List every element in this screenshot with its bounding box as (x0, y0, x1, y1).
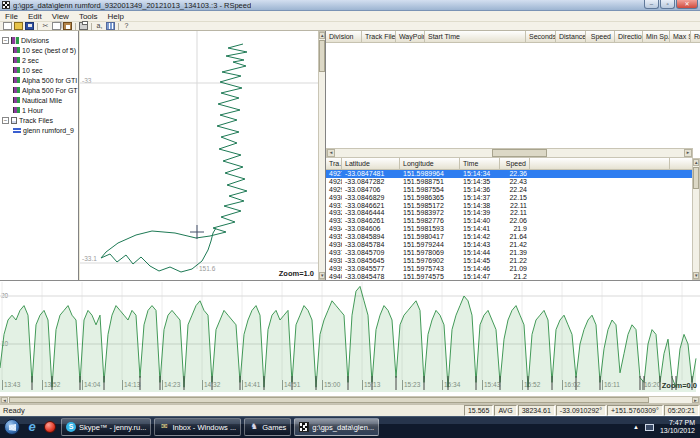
tray-display-icon[interactable] (645, 424, 654, 431)
tree-item[interactable]: Alpha 500 For GT (0, 85, 78, 95)
paste-icon[interactable] (63, 22, 72, 30)
runs-column-header[interactable]: Direction (615, 31, 643, 42)
tree-item[interactable]: 2 sec (0, 55, 78, 65)
cut-icon[interactable]: ✂ (41, 22, 50, 30)
table-cell: 4928 (326, 178, 342, 186)
scroll-down-icon[interactable]: ▼ (693, 272, 699, 279)
table-row[interactable]: 4936-33.0845784151.597924415:14:4321.42 (326, 241, 693, 249)
runs-column-header[interactable]: Min Sp... (643, 31, 670, 42)
graph-horizontal-scrollbar[interactable]: ◄ ► (0, 396, 700, 404)
table-cell: -33.0845784 (342, 241, 400, 249)
tree-item[interactable]: Nautical Mile (0, 95, 78, 105)
runs-column-header[interactable]: Track File (362, 31, 396, 42)
points-column-header[interactable]: Speed (500, 158, 530, 169)
runs-column-header[interactable]: Speed (586, 31, 615, 42)
runs-column-header[interactable]: WayPoint (396, 31, 425, 42)
scroll-left-icon[interactable]: ◄ (327, 149, 335, 157)
tree-root-label: Track Files (19, 117, 53, 124)
table-row[interactable]: 4927-33.0847481151.598996415:14:3422.36 (326, 170, 693, 178)
tree-item[interactable]: glenn rumford_9 (0, 125, 78, 135)
table-cell: 151.5979244 (400, 241, 460, 249)
save-icon[interactable] (25, 22, 34, 30)
minimize-button[interactable]: – (644, 0, 659, 9)
collapse-expander-icon[interactable]: − (2, 37, 9, 44)
copy-icon[interactable] (52, 22, 61, 30)
table-cell: 15:14:43 (460, 241, 500, 249)
menu-file[interactable]: File (0, 12, 23, 21)
table-row[interactable]: 4930-33.0846829151.598636515:14:3722.15 (326, 194, 693, 202)
tree-item[interactable]: 10 sec (0, 65, 78, 75)
tree-item[interactable]: Alpha 500 for GTI (0, 75, 78, 85)
runs-column-header[interactable]: Division (326, 31, 362, 42)
taskbar-task-button[interactable]: ✉Inbox - Windows ... (154, 418, 241, 436)
table-row[interactable]: 4933-33.0846261151.598277615:14:4022.06 (326, 217, 693, 225)
internet-explorer-icon[interactable]: e (25, 419, 39, 435)
help-icon[interactable]: ? (122, 22, 131, 30)
points-column-header[interactable] (530, 158, 670, 169)
tree-root-divisions[interactable]: −Divisions (0, 35, 78, 45)
runs-scrollbar-thumb[interactable] (492, 149, 547, 157)
runs-column-header[interactable]: Run (691, 31, 700, 42)
runs-column-header[interactable]: Start Time (425, 31, 526, 42)
taskbar-clock[interactable]: 7:47 PM 13/10/2012 (660, 419, 695, 435)
tree-item[interactable]: 10 sec (best of 5) (0, 45, 78, 55)
collapse-expander-icon[interactable]: − (2, 117, 9, 124)
table-row[interactable]: 4934-33.084606151.598159315:14:4121.9 (326, 225, 693, 233)
menu-help[interactable]: Help (103, 12, 129, 21)
scroll-up-icon[interactable]: ▲ (693, 159, 699, 166)
task-label: g:\gps_data\glen... (312, 423, 374, 432)
font-icon[interactable]: a, (95, 22, 104, 30)
table-cell: -33.084706 (342, 186, 400, 194)
tree-item[interactable]: 1 Hour (0, 105, 78, 115)
table-cell: 4937 (326, 249, 342, 257)
new-icon[interactable] (3, 22, 12, 30)
menu-tools[interactable]: Tools (74, 12, 103, 21)
points-column-header[interactable]: Tra... (326, 158, 342, 169)
grid-icon[interactable] (106, 22, 115, 30)
taskbar-task-button[interactable]: SSkype™ - jenny.ru... (61, 418, 151, 436)
taskbar-task-rspeed[interactable]: g:\gps_data\glen... (294, 418, 379, 436)
maximize-button[interactable]: ▫ (660, 0, 675, 9)
points-vertical-scrollbar[interactable]: ▲ ▼ (692, 158, 700, 280)
start-button[interactable] (4, 419, 20, 435)
menu-view[interactable]: View (47, 12, 74, 21)
runs-table-body-empty[interactable] (326, 43, 700, 148)
runs-column-header[interactable]: Seconds (526, 31, 556, 42)
close-button[interactable]: ✕ (676, 0, 698, 9)
tree-root-track-files[interactable]: −Track Files (0, 115, 78, 125)
table-row[interactable]: 4940-33.0845478151.597457515:14:4721.2 (326, 273, 693, 280)
table-row[interactable]: 4939-33.0845577151.597574315:14:4621.09 (326, 265, 693, 273)
scroll-right-icon[interactable]: ► (684, 149, 692, 157)
taskbar-task-button[interactable]: ♞Games (244, 418, 291, 436)
table-row[interactable]: 4932-33.0846444151.598397215:14:3922.11 (326, 209, 693, 217)
table-row[interactable]: 4938-33.0845645151.597690215:14:4521.22 (326, 257, 693, 265)
tray-show-hidden-icons[interactable]: ▲ (633, 424, 639, 430)
flag-icon (13, 47, 20, 53)
scroll-left-icon[interactable]: ◄ (1, 397, 8, 403)
points-scrollbar-thumb[interactable] (693, 167, 699, 189)
table-row[interactable]: 4928-33.0847282151.598875115:14:3522.43 (326, 178, 693, 186)
table-row[interactable]: 4929-33.084706151.598755415:14:3622.24 (326, 186, 693, 194)
print-icon[interactable] (79, 22, 88, 30)
table-row[interactable]: 4935-33.0845894151.598041715:14:4221.64 (326, 233, 693, 241)
runs-column-header[interactable]: Distance (556, 31, 586, 42)
points-column-header[interactable]: Longitude (400, 158, 460, 169)
track-map-panel[interactable]: -33 -33.1 151.6 Zoom=1.0 (80, 31, 318, 280)
task-label: Skype™ - jenny.ru... (79, 423, 146, 432)
open-icon[interactable] (14, 22, 23, 30)
toolbar-separator (91, 23, 92, 30)
graph-scrollbar-thumb[interactable] (9, 397, 649, 403)
runs-column-header[interactable]: Max Sp... (670, 31, 691, 42)
menu-edit[interactable]: Edit (23, 12, 47, 21)
speed-graph-panel[interactable]: 20 10 13:4313:5214:0414:1314:2314:3214:4… (0, 280, 700, 396)
table-cell: 15:14:40 (460, 217, 500, 225)
table-row[interactable]: 4937-33.0845709151.597806915:14:4421.39 (326, 249, 693, 257)
table-row[interactable]: 4931-33.0846621151.598517215:14:3822.11 (326, 202, 693, 210)
title-bar[interactable]: g:\gps_data\glenn rumford_932001349_2012… (0, 0, 700, 11)
antivirus-icon[interactable] (43, 419, 57, 435)
runs-horizontal-scrollbar[interactable]: ◄ ► (326, 148, 693, 158)
table-cell: -33.0845709 (342, 249, 400, 257)
points-column-header[interactable]: Latitude (342, 158, 400, 169)
points-column-header[interactable]: Time (460, 158, 500, 169)
scroll-right-icon[interactable]: ► (692, 397, 699, 403)
